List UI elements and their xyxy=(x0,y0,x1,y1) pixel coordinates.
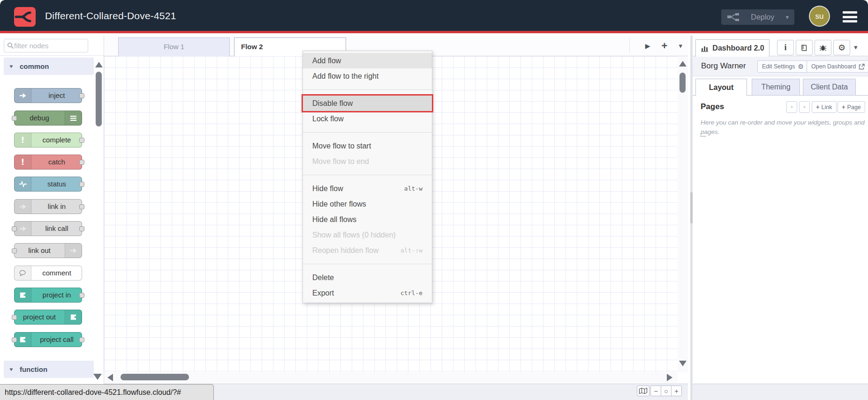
zoom-out-button[interactable]: − xyxy=(650,385,661,396)
menu-item-show-all-flows-0-hidden: Show all flows (0 hidden) xyxy=(303,227,432,243)
palette-scroll-up-arrow[interactable] xyxy=(95,62,103,67)
menu-item-hide-other-flows[interactable]: Hide other flows xyxy=(303,196,432,212)
menu-item-hide-all-flows[interactable]: Hide all flows xyxy=(303,212,432,227)
open-dashboard-button[interactable]: Open Dashboard xyxy=(807,60,868,73)
canvas-vertical-scrollbar[interactable] xyxy=(678,56,688,372)
palette-scroll-down-arrow[interactable] xyxy=(93,374,102,380)
inject-icon xyxy=(15,89,31,103)
palette-node-label: complete xyxy=(32,133,82,147)
palette-node-label: debug xyxy=(15,111,64,125)
gear-icon: ⚙ xyxy=(798,63,804,70)
navigator-map-button[interactable] xyxy=(637,385,649,396)
palette-node-comment[interactable]: comment xyxy=(14,266,82,281)
menu-separator xyxy=(303,264,432,264)
palette-node-catch[interactable]: !catch xyxy=(14,155,82,170)
canvas-scroll-up-arrow[interactable] xyxy=(679,61,687,67)
deploy-options-caret-icon[interactable]: ▾ xyxy=(785,14,789,21)
node-port-in xyxy=(12,116,17,121)
main-menu-icon[interactable] xyxy=(843,11,857,22)
palette-node-project-out[interactable]: project out xyxy=(14,310,82,325)
menu-item-label: Reopen hidden flow xyxy=(312,243,378,258)
plus-icon: + xyxy=(842,104,845,111)
menu-item-hide-flow[interactable]: Hide flowalt-w xyxy=(303,181,432,196)
menu-item-export[interactable]: Exportctrl-e xyxy=(303,285,432,301)
palette-filter[interactable] xyxy=(4,39,88,52)
palette-node-label: inject xyxy=(32,89,82,103)
edit-settings-button[interactable]: Edit Settings ⚙ xyxy=(757,60,808,73)
node-port-in xyxy=(12,226,17,231)
menu-item-lock-flow[interactable]: Lock flow xyxy=(303,111,432,126)
add-page-button[interactable]: + Page xyxy=(838,101,865,113)
search-icon xyxy=(7,42,14,49)
palette-node-label: status xyxy=(32,177,82,191)
zoom-in-button[interactable]: + xyxy=(671,385,682,396)
flow-list-caret-icon[interactable]: ▾ xyxy=(679,42,682,50)
palette-category-function[interactable]: ▼ function xyxy=(4,361,94,378)
dashboard-instance-row: Borg Warner Edit Settings ⚙ Open Dashboa… xyxy=(693,56,868,76)
deploy-button[interactable]: Deploy ▾ xyxy=(721,9,794,25)
add-flow-icon[interactable]: + xyxy=(662,40,668,52)
palette-node-label: project call xyxy=(32,333,82,347)
sidebar-options-caret-icon[interactable]: ▾ xyxy=(854,43,858,52)
subtab-label: Client Data xyxy=(811,83,848,91)
palette-node-link-out[interactable]: link out xyxy=(14,243,82,258)
palette-filter-input[interactable] xyxy=(14,42,84,50)
debug-messages-button[interactable] xyxy=(815,40,831,55)
palette-node-label: catch xyxy=(32,155,82,169)
canvas-horizontal-scrollbar[interactable] xyxy=(104,372,678,383)
tab-layout[interactable]: Layout xyxy=(695,79,747,96)
user-avatar[interactable]: su xyxy=(810,7,829,26)
tab-flow-1[interactable]: Flow 1 xyxy=(118,37,230,57)
menu-separator xyxy=(303,175,432,175)
add-link-button[interactable]: + Link xyxy=(812,101,837,113)
menu-item-add-flow-to-the-right[interactable]: Add flow to the right xyxy=(303,68,432,84)
menu-item-delete[interactable]: Delete xyxy=(303,270,432,285)
palette-scrollbar-thumb[interactable] xyxy=(96,72,102,126)
chevron-down-icon: ▼ xyxy=(8,367,14,372)
palette-node-link-in[interactable]: link in xyxy=(14,199,82,214)
debug-icon xyxy=(65,111,82,125)
category-label: function xyxy=(20,365,47,373)
instance-title: Different-Collared-Dove-4521 xyxy=(45,10,176,22)
plus-icon: + xyxy=(816,104,820,111)
gear-icon: ⚙ xyxy=(838,43,845,52)
double-chevron-up-icon xyxy=(791,104,793,110)
menu-item-move-flow-to-end: Move flow to end xyxy=(303,154,432,169)
canvas-vertical-scrollbar-thumb[interactable] xyxy=(679,73,686,93)
settings-button[interactable]: ⚙ xyxy=(833,40,850,55)
tab-client-data[interactable]: Client Data xyxy=(803,79,856,96)
palette-node-project-call[interactable]: project call xyxy=(14,332,82,347)
canvas-scroll-right-arrow[interactable] xyxy=(667,374,672,381)
tab-theming[interactable]: Theming xyxy=(752,79,800,96)
node-port-out xyxy=(79,182,84,187)
palette-node-status[interactable]: status xyxy=(14,177,82,192)
map-icon xyxy=(639,387,648,394)
palette-node-complete[interactable]: !complete xyxy=(14,133,82,148)
palette-node-inject[interactable]: inject xyxy=(14,88,82,103)
sidebar-scrollbar-thumb[interactable] xyxy=(690,192,693,223)
tab-scroll-right-icon[interactable]: ▶ xyxy=(645,42,650,50)
canvas-scroll-left-arrow[interactable] xyxy=(107,374,113,381)
node-port-in xyxy=(12,337,17,342)
menu-item-disable-flow[interactable]: Disable flow xyxy=(303,96,432,111)
info-button[interactable]: i xyxy=(777,40,794,55)
tab-dashboard-2[interactable]: Dashboard 2.0 xyxy=(695,39,770,57)
palette-node-debug[interactable]: debug xyxy=(14,111,82,126)
palette-node-label: comment xyxy=(32,266,82,280)
palette-node-project-in[interactable]: project in xyxy=(14,288,82,303)
canvas-horizontal-scrollbar-thumb[interactable] xyxy=(121,374,189,380)
palette-node-link-call[interactable]: link call xyxy=(14,221,82,236)
alert-icon: ! xyxy=(15,155,31,169)
expand-all-button[interactable] xyxy=(799,101,810,113)
subtab-label: Layout xyxy=(709,83,733,92)
palette-node-label: link call xyxy=(32,222,82,236)
menu-item-move-flow-to-start[interactable]: Move flow to start xyxy=(303,138,432,154)
canvas-scroll-down-arrow[interactable] xyxy=(679,361,687,366)
menu-item-add-flow[interactable]: Add flow xyxy=(303,53,432,68)
link-icon xyxy=(65,244,82,258)
info-icon: i xyxy=(784,43,786,52)
zoom-reset-button[interactable]: ○ xyxy=(661,385,672,396)
help-docs-button[interactable] xyxy=(796,40,813,55)
collapse-all-button[interactable] xyxy=(786,101,797,113)
palette-category-common[interactable]: ▼ common xyxy=(4,58,94,75)
